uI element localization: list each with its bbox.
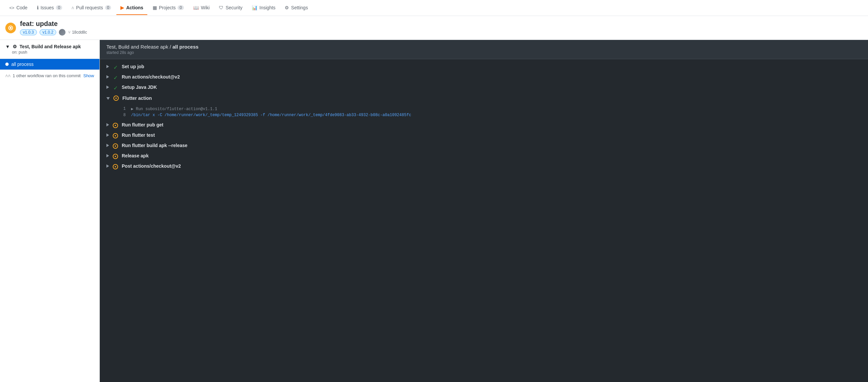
step-arrow-icon bbox=[106, 134, 109, 138]
running-icon bbox=[8, 25, 13, 31]
log-line-content: ▶ Run subosito/flutter-action@v1.1.1 bbox=[131, 107, 217, 112]
step-label: Flutter action bbox=[122, 95, 152, 101]
code-icon: <> bbox=[9, 5, 14, 10]
step-arrow-down-icon bbox=[106, 97, 110, 100]
step-flutter-build-apk[interactable]: Run flutter build apk --release bbox=[100, 141, 868, 151]
job-all-process[interactable]: all process bbox=[0, 59, 99, 69]
step-flutter-action[interactable]: Flutter action 1 ▶ Run subosito/flutter-… bbox=[100, 93, 868, 120]
commit-title: feat: update bbox=[20, 20, 87, 28]
step-label: Setup Java JDK bbox=[122, 85, 157, 90]
log-line-content: /bin/tar x -C /home/runner/work/_temp/te… bbox=[131, 113, 411, 117]
other-workflows-text: 1 other workflow ran on this commit bbox=[13, 73, 81, 78]
step-post-checkout[interactable]: Post actions/checkout@v2 bbox=[100, 161, 868, 172]
step-arrow-icon bbox=[106, 75, 109, 79]
issues-icon: ℹ bbox=[37, 5, 38, 10]
running-dot bbox=[113, 123, 118, 128]
step-label: Run flutter test bbox=[122, 133, 155, 138]
step-status-running bbox=[113, 95, 119, 101]
check-icon: ✓ bbox=[114, 75, 118, 81]
content-title: Test, Build and Release apk / all proces… bbox=[106, 44, 861, 50]
steps-list: ✓ Set up job ✓ Run actions/checkout@v2 ✓… bbox=[100, 59, 868, 174]
step-flutter-test[interactable]: Run flutter test bbox=[100, 130, 868, 141]
step-label: Set up job bbox=[122, 64, 144, 69]
svg-point-1 bbox=[10, 27, 12, 29]
step-status-running bbox=[113, 122, 118, 128]
pr-icon: ⑃ bbox=[71, 5, 74, 10]
workflow-trigger: on: push bbox=[5, 50, 94, 55]
projects-badge: 0 bbox=[178, 5, 184, 10]
actions-play-icon: ▶ bbox=[120, 5, 124, 10]
step-log-lines: 1 ▶ Run subosito/flutter-action@v1.1.1 8… bbox=[119, 106, 411, 118]
job-active-dot bbox=[5, 63, 9, 66]
step-checkout[interactable]: ✓ Run actions/checkout@v2 bbox=[100, 72, 868, 83]
wiki-icon: 📖 bbox=[193, 5, 199, 10]
nav-actions[interactable]: ▶ Actions bbox=[116, 1, 147, 15]
top-navigation: <> Code ℹ Issues 0 ⑃ Pull requests 0 ▶ A… bbox=[0, 0, 868, 16]
step-label: Release apk bbox=[122, 153, 149, 158]
log-line: 8 /bin/tar x -C /home/runner/work/_temp/… bbox=[119, 112, 411, 118]
step-arrow-icon bbox=[106, 154, 109, 158]
show-link[interactable]: Show bbox=[83, 73, 94, 78]
step-status-success: ✓ bbox=[113, 75, 118, 81]
workflow-icon: ⚙ bbox=[13, 44, 17, 49]
commit-info: feat: update v1.0.3 v1.0.2 ⑂ 18cdd8c bbox=[20, 20, 87, 36]
running-dot bbox=[113, 143, 118, 149]
settings-icon: ⚙ bbox=[285, 5, 289, 10]
collapse-icon[interactable]: ▼ bbox=[5, 44, 10, 49]
insights-icon: 📊 bbox=[252, 5, 257, 10]
tag-v103[interactable]: v1.0.3 bbox=[20, 29, 37, 35]
shield-icon: 🛡 bbox=[219, 5, 223, 10]
log-line: 1 ▶ Run subosito/flutter-action@v1.1.1 bbox=[119, 106, 411, 112]
workflow-item: ▼ ⚙ Test, Build and Release apk on: push bbox=[0, 40, 99, 59]
check-icon: ✓ bbox=[114, 64, 118, 70]
step-release-apk[interactable]: Release apk bbox=[100, 151, 868, 161]
nav-issues[interactable]: ℹ Issues 0 bbox=[33, 1, 66, 15]
git-icon: ⑂ bbox=[68, 30, 70, 35]
nav-projects[interactable]: ▦ Projects 0 bbox=[149, 1, 188, 15]
step-label: Post actions/checkout@v2 bbox=[122, 164, 181, 169]
running-dot bbox=[113, 154, 118, 159]
step-arrow-icon bbox=[106, 165, 109, 168]
nav-pull-requests[interactable]: ⑃ Pull requests 0 bbox=[67, 1, 115, 15]
nav-security[interactable]: 🛡 Security bbox=[215, 1, 246, 15]
issues-badge: 0 bbox=[56, 5, 62, 10]
nav-code[interactable]: <> Code bbox=[5, 1, 32, 15]
nav-insights[interactable]: 📊 Insights bbox=[248, 1, 279, 15]
tag-v102[interactable]: v1.0.2 bbox=[39, 29, 57, 35]
other-workflows-section: ⑃⑃ 1 other workflow ran on this commit S… bbox=[0, 69, 99, 82]
step-arrow-icon bbox=[106, 86, 109, 89]
step-status-success: ✓ bbox=[113, 85, 118, 91]
step-status-running bbox=[113, 143, 118, 149]
step-arrow-icon bbox=[106, 144, 109, 148]
step-label: Run flutter build apk --release bbox=[122, 143, 188, 148]
content-started: started 28s ago bbox=[106, 50, 861, 55]
commit-sha: ⑂ 18cdd8c bbox=[68, 30, 87, 35]
step-java-jdk[interactable]: ✓ Setup Java JDK bbox=[100, 83, 868, 93]
step-flutter-header: Flutter action bbox=[106, 95, 861, 101]
workflow-split-icon: ⑃⑃ bbox=[5, 73, 11, 78]
running-dot bbox=[114, 95, 119, 101]
step-label: Run actions/checkout@v2 bbox=[122, 74, 180, 80]
check-icon: ✓ bbox=[114, 85, 118, 91]
log-line-num: 1 bbox=[119, 107, 126, 112]
avatar bbox=[59, 29, 65, 36]
log-line-num: 8 bbox=[119, 113, 126, 117]
step-status-running bbox=[113, 164, 118, 170]
other-workflows-left: ⑃⑃ 1 other workflow ran on this commit bbox=[5, 73, 81, 78]
running-dot bbox=[113, 164, 118, 169]
nav-wiki[interactable]: 📖 Wiki bbox=[189, 1, 214, 15]
content-header: Test, Build and Release apk / all proces… bbox=[100, 40, 868, 59]
nav-settings[interactable]: ⚙ Settings bbox=[281, 1, 312, 15]
step-status-success: ✓ bbox=[113, 64, 118, 70]
step-status-running bbox=[113, 133, 118, 139]
workflow-title: ▼ ⚙ Test, Build and Release apk bbox=[5, 44, 94, 49]
pr-badge: 0 bbox=[105, 5, 112, 10]
step-label: Run flutter pub get bbox=[122, 122, 163, 127]
step-arrow-icon bbox=[106, 65, 109, 69]
commit-status-icon bbox=[5, 23, 16, 33]
step-status-running bbox=[113, 153, 118, 159]
step-flutter-pub-get[interactable]: Run flutter pub get bbox=[100, 120, 868, 130]
step-setup-job[interactable]: ✓ Set up job bbox=[100, 62, 868, 72]
sidebar: ▼ ⚙ Test, Build and Release apk on: push… bbox=[0, 40, 100, 382]
commit-meta: v1.0.3 v1.0.2 ⑂ 18cdd8c bbox=[20, 29, 87, 36]
